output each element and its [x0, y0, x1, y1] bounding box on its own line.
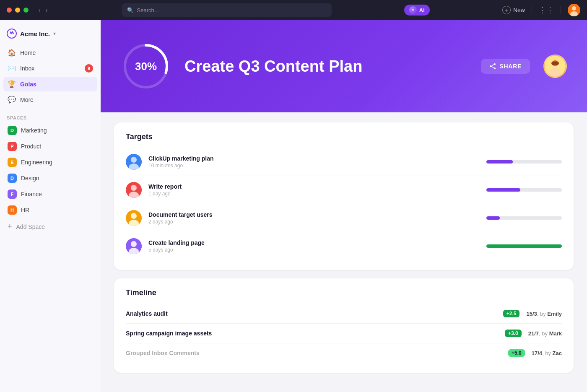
target-progress-3	[486, 216, 562, 220]
svg-point-17	[131, 157, 137, 163]
target-time-4: 5 days ago	[148, 247, 480, 253]
svg-point-26	[131, 241, 137, 247]
finance-badge: F	[8, 190, 17, 199]
ai-button[interactable]: ✦ AI	[404, 5, 430, 16]
target-time-1: 10 minutes ago	[148, 163, 480, 169]
svg-line-9	[491, 65, 494, 67]
svg-point-20	[131, 185, 137, 191]
divider	[532, 6, 532, 14]
target-time-2: 1 day ago	[148, 191, 480, 197]
hero-title: Create Q3 Content Plan	[184, 57, 468, 75]
topbar: ‹ › 🔍 Search... ✦ AI + New ⋮⋮	[0, 0, 587, 20]
target-info-2: Write report 1 day ago	[148, 183, 480, 197]
target-time-3: 2 days ago	[148, 219, 480, 225]
svg-rect-15	[551, 61, 559, 65]
sidebar-item-label-goals: Golas	[20, 81, 36, 88]
topbar-right: + New ⋮⋮	[502, 4, 580, 16]
divider2	[561, 6, 561, 14]
product-badge: P	[8, 142, 17, 151]
target-avatar-3	[126, 210, 142, 226]
sidebar-space-label-engineering: Engineering	[21, 159, 52, 166]
timeline-date-1: 15/3	[526, 311, 537, 317]
search-bar[interactable]: 🔍 Search...	[122, 3, 332, 17]
main-content: 30% Create Q3 Content Plan SHARE	[101, 20, 587, 392]
target-info-4: Create landing page 5 days ago	[148, 239, 480, 253]
brand-name: Acme Inc.	[20, 30, 50, 37]
add-space-plus-icon: +	[8, 222, 12, 231]
timeline-badge-2: +3.0	[505, 330, 522, 337]
grid-icon[interactable]: ⋮⋮	[539, 5, 554, 15]
sidebar-item-home[interactable]: 🏠 Home	[3, 45, 97, 60]
timeline-date-2: 21/7	[528, 330, 539, 337]
brand-chevron-icon: ▾	[53, 31, 56, 36]
target-avatar-4	[126, 238, 142, 254]
timeline-date-3: 17/4	[532, 350, 542, 356]
minimize-dot[interactable]	[15, 8, 20, 13]
new-button[interactable]: + New	[502, 6, 525, 14]
svg-point-13	[549, 68, 561, 78]
svg-point-1	[572, 6, 576, 10]
spaces-section: Spaces	[0, 107, 101, 123]
svg-point-6	[494, 63, 496, 65]
sidebar-item-marketing[interactable]: D Marketing	[3, 123, 97, 138]
target-item: Document target users 2 days ago	[126, 204, 562, 232]
inbox-icon: ✉️	[8, 65, 16, 73]
brand[interactable]: Acme Inc. ▾	[0, 25, 101, 45]
timeline-meta-1: 15/3, by Emily	[519, 311, 562, 317]
sidebar-nav: 🏠 Home ✉️ Inbox 9 🏆 Golas 💬 More	[0, 45, 101, 107]
goals-icon: 🏆	[8, 80, 16, 88]
target-progress-fill-4	[486, 244, 562, 248]
search-placeholder: Search...	[137, 7, 159, 13]
sidebar-item-hr[interactable]: H HR	[3, 202, 97, 218]
target-item: Create landing page 5 days ago	[126, 232, 562, 260]
sidebar-item-label-home: Home	[20, 49, 36, 56]
sidebar-item-goals[interactable]: 🏆 Golas	[3, 77, 97, 91]
hr-badge: H	[8, 205, 17, 215]
sidebar-item-finance[interactable]: F Finance	[3, 187, 97, 202]
target-item: Write report 1 day ago	[126, 176, 562, 204]
progress-percent: 30%	[135, 60, 157, 73]
sidebar-item-more[interactable]: 💬 More	[3, 92, 97, 107]
spaces-label: Spaces	[7, 115, 27, 120]
close-dot[interactable]	[7, 8, 12, 13]
maximize-dot[interactable]	[23, 8, 29, 13]
svg-point-23	[131, 213, 137, 219]
add-space-button[interactable]: + Add Space	[3, 219, 97, 234]
timeline-title: Timeline	[126, 288, 562, 297]
content-panels: Targets ClickUp marketing plan 10 minute…	[101, 112, 587, 383]
brand-logo-icon	[7, 29, 17, 39]
spaces-nav: D Marketing P Product E Engineering D De…	[0, 123, 101, 218]
share-icon	[489, 63, 496, 70]
window-controls	[7, 8, 29, 13]
sidebar-space-label-product: Product	[21, 143, 41, 150]
target-name-4: Create landing page	[148, 239, 480, 246]
sidebar-space-label-finance: Finance	[21, 191, 42, 197]
progress-circle: 30%	[121, 41, 171, 91]
timeline-by-1: Emily	[547, 311, 562, 317]
timeline-name-1: Analytics audit	[126, 310, 499, 317]
targets-title: Targets	[126, 132, 562, 141]
forward-arrow[interactable]: ›	[44, 6, 49, 14]
share-button[interactable]: SHARE	[481, 59, 530, 74]
svg-point-8	[490, 65, 491, 67]
user-avatar[interactable]	[568, 4, 580, 16]
ai-icon: ✦	[409, 6, 417, 14]
back-arrow[interactable]: ‹	[37, 6, 42, 14]
hero-user-avatar[interactable]	[543, 55, 567, 78]
nav-arrows: ‹ ›	[37, 6, 49, 14]
target-name-2: Write report	[148, 183, 480, 190]
sidebar-item-engineering[interactable]: E Engineering	[3, 155, 97, 170]
target-item: ClickUp marketing plan 10 minutes ago	[126, 148, 562, 176]
sidebar-item-design[interactable]: D Design	[3, 171, 97, 186]
target-name-1: ClickUp marketing plan	[148, 155, 480, 162]
sidebar-space-label-marketing: Marketing	[21, 127, 47, 134]
target-progress-fill-2	[486, 188, 520, 192]
marketing-badge: D	[8, 126, 17, 135]
sidebar-item-product[interactable]: P Product	[3, 139, 97, 154]
target-avatar-2	[126, 182, 142, 198]
timeline-meta-2: 21/7, by Mark	[522, 330, 562, 337]
sidebar-item-inbox[interactable]: ✉️ Inbox 9	[3, 61, 97, 76]
svg-point-7	[494, 67, 496, 69]
hero-header: 30% Create Q3 Content Plan SHARE	[101, 20, 587, 112]
sidebar-space-label-hr: HR	[21, 207, 29, 213]
